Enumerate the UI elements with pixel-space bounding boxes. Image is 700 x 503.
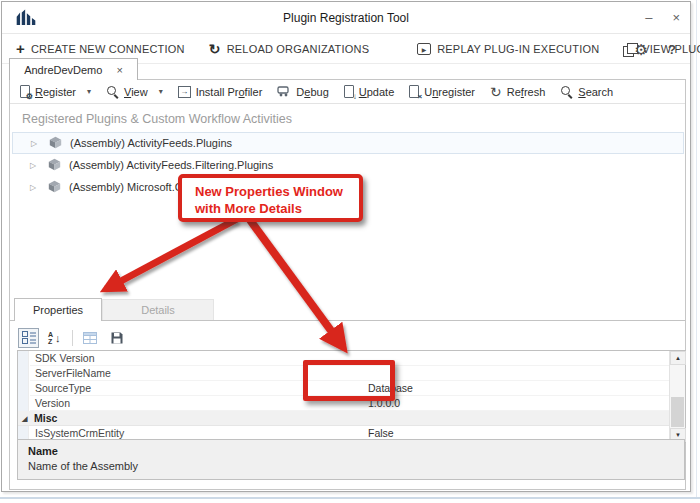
help-icon[interactable]: ? <box>668 42 676 57</box>
titlebar: Plugin Registration Tool – × <box>2 2 690 34</box>
property-pages-button[interactable] <box>79 328 100 348</box>
tab-properties[interactable]: Properties <box>14 298 102 321</box>
reload-icon: ↻ <box>209 42 221 56</box>
create-new-connection-button[interactable]: + CREATE NEW CONNECTION <box>16 42 185 56</box>
tab-page-panel: ⚙ Register ▾ View ▾ → Install Profiler <box>9 79 686 490</box>
property-grid-toolbar: A Z ↓ <box>18 327 127 348</box>
view-button[interactable]: View ▾ <box>106 85 163 98</box>
expand-arrow-icon[interactable]: ▷ <box>31 139 41 148</box>
update-icon-overlay: ↓ <box>353 93 357 101</box>
tree-item-label: (Assembly) ActivityFeeds.Plugins <box>70 137 232 149</box>
reload-organizations-label: RELOAD ORGANIZATIONS <box>227 43 370 55</box>
update-button[interactable]: ↓ Update <box>344 85 394 98</box>
replay-plugin-execution-button[interactable]: ▶ REPLAY PLUG-IN EXECUTION <box>417 43 599 55</box>
scrollbar-thumb[interactable] <box>671 397 684 427</box>
tree-row[interactable]: ▷ (Assembly) ActivityFeeds.Plugins <box>12 132 684 154</box>
desktop-edge-line-right <box>696 0 697 497</box>
category-name: Misc <box>34 412 57 424</box>
plugin-action-toolbar: ⚙ Register ▾ View ▾ → Install Profiler <box>10 80 685 104</box>
unregister-label: Unregister <box>424 86 475 98</box>
debug-button[interactable]: Debug <box>277 85 328 99</box>
save-button[interactable] <box>106 328 127 348</box>
tab-close-icon[interactable]: × <box>116 64 122 76</box>
annotation-highlight-rect <box>303 360 395 401</box>
settings-gear-icon[interactable]: ⚙ <box>635 42 648 58</box>
plugin-registration-tool-window: Plugin Registration Tool – × + CREATE NE… <box>1 1 691 492</box>
search-icon <box>560 85 573 98</box>
debug-label: Debug <box>296 86 328 98</box>
refresh-button[interactable]: ↻ Refresh <box>490 85 545 99</box>
callout-line2: with More Details <box>195 200 359 217</box>
scroll-up-icon[interactable]: ▲ <box>670 351 686 365</box>
tree-row[interactable]: ▷ (Assembly) ActivityFeeds.Filtering.Plu… <box>12 154 684 176</box>
reload-organizations-button[interactable]: ↻ RELOAD ORGANIZATIONS <box>209 42 369 56</box>
sort-az-icon: A Z ↓ <box>48 331 63 345</box>
callout-line1: New Properties Window <box>195 183 359 200</box>
description-title: Name <box>28 445 674 457</box>
unregister-icon-overlay: × <box>418 93 423 101</box>
alphabetical-sort-button[interactable]: A Z ↓ <box>45 328 66 348</box>
screen: Plugin Registration Tool – × + CREATE NE… <box>0 0 700 503</box>
property-grid-gutter <box>18 351 29 442</box>
install-profiler-icon: → <box>178 86 191 98</box>
install-profiler-label: Install Profiler <box>196 86 263 98</box>
assembly-cube-icon <box>49 136 62 151</box>
register-icon: ⚙ <box>20 85 30 98</box>
desktop-edge-line <box>0 497 700 499</box>
toolbar-separator <box>72 330 73 346</box>
category-expander-icon[interactable]: ◢ <box>22 411 27 426</box>
update-icon: ↓ <box>344 85 354 98</box>
tree-header: Registered Plugins & Custom Workflow Act… <box>22 112 292 126</box>
tab-details[interactable]: Details <box>102 299 214 320</box>
assembly-cube-icon <box>48 158 61 173</box>
property-name: IsSystemCrmEntity <box>35 427 124 439</box>
property-name: SDK Version <box>35 352 95 364</box>
install-profiler-button[interactable]: → Install Profiler <box>178 86 263 98</box>
search-label: Search <box>578 86 613 98</box>
update-label: Update <box>359 86 394 98</box>
register-icon-overlay: ⚙ <box>26 93 33 101</box>
property-name: ServerFileName <box>35 367 111 379</box>
register-label: Register <box>35 86 76 98</box>
register-button[interactable]: ⚙ Register ▾ <box>20 85 91 98</box>
vertical-scrollbar[interactable]: ▲ ▼ <box>669 351 685 442</box>
unregister-button[interactable]: × Unregister <box>409 85 475 98</box>
window-title: Plugin Registration Tool <box>2 2 690 34</box>
property-name: SourceType <box>35 382 91 394</box>
plus-icon: + <box>16 42 25 56</box>
view-dropdown-icon[interactable]: ▾ <box>159 87 163 96</box>
create-new-connection-label: CREATE NEW CONNECTION <box>31 43 185 55</box>
debug-icon <box>277 85 291 99</box>
connection-tab[interactable]: AndreDevDemo × <box>9 58 138 80</box>
annotation-callout: New Properties Window with More Details <box>178 174 363 222</box>
replay-plugin-execution-label: REPLAY PLUG-IN EXECUTION <box>437 43 599 55</box>
tabstrip-line <box>10 320 685 321</box>
property-description-panel: Name Name of the Assembly <box>17 439 685 480</box>
refresh-label: Refresh <box>507 86 546 98</box>
minimize-button[interactable]: – <box>645 11 652 25</box>
replay-icon: ▶ <box>417 43 431 55</box>
assembly-cube-icon <box>48 180 61 195</box>
unregister-icon: × <box>409 85 419 98</box>
property-name: Version <box>35 397 70 409</box>
connection-tab-label: AndreDevDemo <box>24 64 102 76</box>
description-text: Name of the Assembly <box>28 460 674 472</box>
tree-item-label: (Assembly) ActivityFeeds.Filtering.Plugi… <box>69 159 273 171</box>
search-button[interactable]: Search <box>560 85 613 98</box>
view-label: View <box>124 86 148 98</box>
categorized-view-button[interactable] <box>18 328 39 348</box>
view-magnifier-icon <box>106 85 119 98</box>
expand-arrow-icon[interactable]: ▷ <box>30 161 40 170</box>
close-button[interactable]: × <box>672 11 680 25</box>
expand-arrow-icon[interactable]: ▷ <box>30 183 40 192</box>
property-category-row[interactable]: ◢ Misc <box>18 411 669 426</box>
refresh-icon: ↻ <box>490 85 502 99</box>
register-dropdown-icon[interactable]: ▾ <box>87 87 91 96</box>
